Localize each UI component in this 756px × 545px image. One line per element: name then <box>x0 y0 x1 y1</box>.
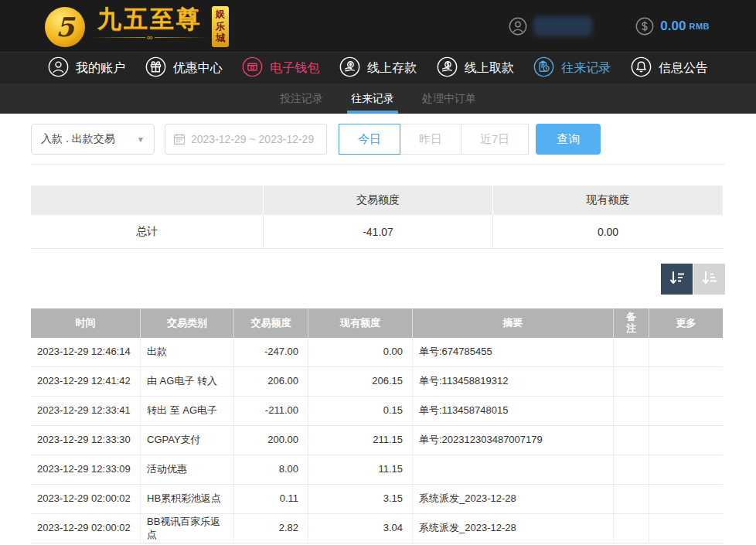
nav-e-wallet[interactable]: 电子钱包 <box>242 56 319 80</box>
cell-time: 2023-12-29 12:33:41 <box>31 397 141 426</box>
main-content: 入款 . 出款交易 ▼ 2023-12-29 ~ 2023-12-29 今日 昨… <box>0 124 756 543</box>
table-row: 2023-12-29 12:41:42 由 AG电子 转入 206.00 206… <box>31 367 723 397</box>
table-row: 2023-12-29 12:33:30 CGPAY支付 200.00 211.1… <box>31 426 723 455</box>
balance-amount: 0.00 <box>660 19 686 34</box>
cell-amount: 0.11 <box>234 485 308 514</box>
summary-transaction-total: -41.07 <box>263 215 492 249</box>
filter-row: 入款 . 出款交易 ▼ 2023-12-29 ~ 2023-12-29 今日 昨… <box>31 124 725 155</box>
sort-ascending-button[interactable] <box>693 264 725 295</box>
query-button[interactable]: 查询 <box>536 124 601 155</box>
nav-online-withdrawal[interactable]: 线上取款 <box>437 56 514 80</box>
balance-display: 0.00 RMB <box>635 17 710 36</box>
cell-summary: 单号:113458819312 <box>413 367 614 397</box>
cell-remark <box>614 397 649 426</box>
nav-promotions[interactable]: 优惠中心 <box>145 56 223 80</box>
cell-balance: 0.00 <box>308 338 413 367</box>
today-button[interactable]: 今日 <box>339 124 400 155</box>
cell-amount: 2.82 <box>234 514 308 543</box>
logo-flourish: ∞ <box>92 33 208 42</box>
summary-table: 交易额度 现有额度 总计 -41.07 0.00 <box>31 186 723 249</box>
cell-remark <box>614 338 649 367</box>
wallet-icon <box>242 56 263 80</box>
cell-amount: 206.00 <box>234 367 308 397</box>
cell-more <box>649 397 723 426</box>
summary-balance-total: 0.00 <box>492 215 723 249</box>
yesterday-button[interactable]: 昨日 <box>400 124 461 155</box>
cell-type: 由 AG电子 转入 <box>141 367 234 397</box>
user-icon <box>48 56 69 80</box>
date-range-input[interactable]: 2023-12-29 ~ 2023-12-29 <box>165 124 327 155</box>
sort-ascending-icon <box>701 270 718 289</box>
avatar-icon[interactable] <box>509 17 527 36</box>
topbar: 5 九五至尊 ∞ 娱乐城 0.00 RMB <box>0 0 756 52</box>
cell-time: 2023-12-29 02:00:02 <box>31 485 141 514</box>
cell-more <box>649 338 723 367</box>
nav-transaction-records[interactable]: 往来记录 <box>533 56 611 80</box>
transactions-table: 时间 交易类别 交易额度 现有额度 摘要 备注 更多 2023-12-29 12… <box>31 308 723 543</box>
sort-descending-icon <box>669 270 686 289</box>
summary-header: 交易额度 现有额度 <box>31 186 723 215</box>
last-7-days-button[interactable]: 近7日 <box>461 124 529 155</box>
table-row: 2023-12-29 02:00:02 BB视讯百家乐返点 2.82 3.04 … <box>31 514 723 543</box>
sort-buttons <box>31 264 725 295</box>
cell-balance: 0.15 <box>308 397 413 426</box>
cell-type: 转出 至 AG电子 <box>141 397 234 426</box>
bell-icon <box>631 56 652 80</box>
logo-text: 九五至尊 <box>97 5 203 33</box>
cell-summary: 单号:113458748015 <box>413 397 614 426</box>
table-row: 2023-12-29 12:33:09 活动优惠 8.00 11.15 <box>31 455 723 485</box>
tab-transaction-records[interactable]: 往来记录 <box>349 83 396 114</box>
subnav: 投注记录 往来记录 处理中订单 <box>0 83 756 114</box>
records-icon <box>533 56 554 80</box>
cell-time: 2023-12-29 12:46:14 <box>31 338 141 367</box>
nav-announcements[interactable]: 信息公告 <box>631 56 708 80</box>
tab-processing-orders[interactable]: 处理中订单 <box>421 83 478 114</box>
cell-summary: 系统派发_2023-12-28 <box>413 514 614 543</box>
cell-type: CGPAY支付 <box>141 426 234 455</box>
dollar-icon <box>635 17 654 36</box>
sort-descending-button[interactable] <box>661 264 693 295</box>
cell-type: BB视讯百家乐返点 <box>141 514 234 543</box>
cell-type: 出款 <box>141 338 234 367</box>
cell-more <box>649 426 723 455</box>
cell-summary: 系统派发_2023-12-28 <box>413 485 614 514</box>
cell-time: 2023-12-29 02:00:02 <box>31 514 141 543</box>
cell-more <box>649 367 723 397</box>
transaction-type-select[interactable]: 入款 . 出款交易 ▼ <box>31 124 155 155</box>
cell-amount: -211.00 <box>234 397 308 426</box>
cell-balance: 3.04 <box>308 514 413 543</box>
cell-remark <box>614 426 649 455</box>
brand-logo[interactable]: 5 九五至尊 ∞ 娱乐城 <box>45 5 229 47</box>
summary-total-row: 总计 -41.07 0.00 <box>31 215 723 249</box>
cell-balance: 211.15 <box>308 426 413 455</box>
tab-betting-records[interactable]: 投注记录 <box>278 83 325 114</box>
cell-more <box>649 485 723 514</box>
cell-remark <box>614 367 649 397</box>
cell-summary: 单号:674785455 <box>413 338 614 367</box>
gift-icon <box>145 56 166 80</box>
cell-balance: 3.15 <box>308 485 413 514</box>
cell-remark <box>614 455 649 485</box>
nav-my-account[interactable]: 我的账户 <box>48 56 125 80</box>
nav-online-deposit[interactable]: 线上存款 <box>339 56 417 80</box>
chevron-down-icon: ▼ <box>137 135 145 144</box>
transactions-body: 2023-12-29 12:46:14 出款 -247.00 0.00 单号:6… <box>31 338 723 543</box>
deposit-icon <box>339 56 360 80</box>
cell-amount: 200.00 <box>234 426 308 455</box>
calendar-icon <box>173 133 186 145</box>
cell-time: 2023-12-29 12:41:42 <box>31 367 141 397</box>
cell-amount: -247.00 <box>234 338 308 367</box>
withdraw-icon <box>437 56 458 80</box>
balance-currency: RMB <box>689 22 710 31</box>
username-redacted[interactable] <box>533 16 592 36</box>
cell-summary: 单号:202312303487007179 <box>413 426 614 455</box>
table-row: 2023-12-29 12:46:14 出款 -247.00 0.00 单号:6… <box>31 338 723 367</box>
cell-type: HB累积彩池返点 <box>141 485 234 514</box>
table-row: 2023-12-29 12:33:41 转出 至 AG电子 -211.00 0.… <box>31 397 723 426</box>
user-area: 0.00 RMB <box>509 16 710 36</box>
table-row: 2023-12-29 02:00:02 HB累积彩池返点 0.11 3.15 系… <box>31 485 723 514</box>
cell-more <box>649 514 723 543</box>
summary-total-label: 总计 <box>31 215 263 249</box>
cell-balance: 206.15 <box>308 367 413 397</box>
transactions-header: 时间 交易类别 交易额度 现有额度 摘要 备注 更多 <box>31 308 723 338</box>
